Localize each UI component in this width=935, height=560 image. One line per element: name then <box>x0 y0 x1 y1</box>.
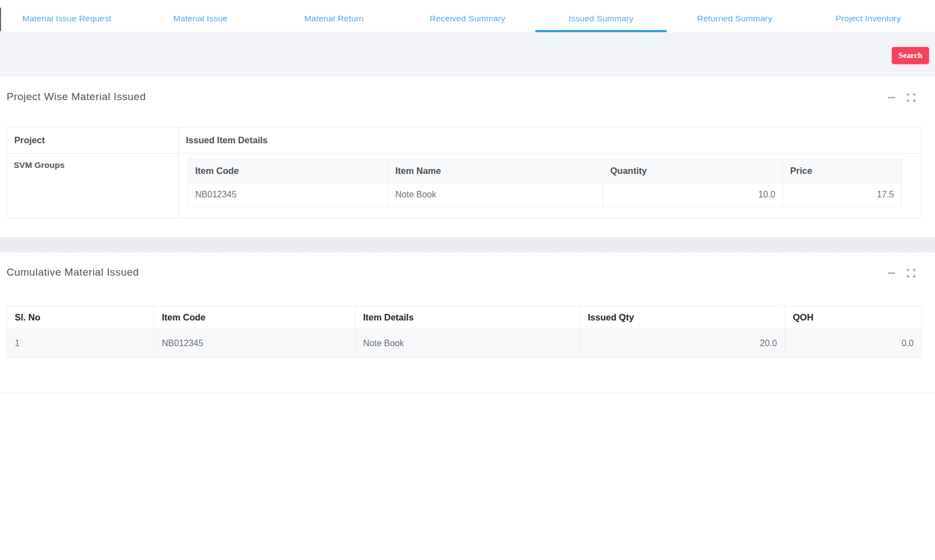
search-button[interactable]: Search <box>892 47 929 64</box>
table-row: SVM Groups Item Code Item Name Quantity … <box>7 154 921 218</box>
item-code-cell: NB012345 <box>154 329 355 358</box>
tab-label: Returned Summary <box>697 16 773 25</box>
report-tabbar: Material Issue Request Material Issue Ma… <box>0 0 935 32</box>
item-details-cell: Note Book <box>355 329 580 358</box>
tab-issued-summary[interactable]: Issued Summary <box>534 0 668 32</box>
tab-material-return[interactable]: Material Return <box>267 0 401 32</box>
tab-label: Received Summary <box>430 16 505 25</box>
column-header-item-details: Item Details <box>355 306 580 329</box>
tab-label: Issued Summary <box>569 16 634 25</box>
tab-material-issue-request[interactable]: Material Issue Request <box>0 0 133 32</box>
expand-button[interactable] <box>907 269 915 277</box>
tab-label: Material Issue <box>173 16 227 25</box>
column-header-qoh: QOH <box>785 306 922 329</box>
quantity-cell: 10.0 <box>603 183 783 207</box>
column-header-price: Price <box>783 159 902 183</box>
panel-title: Cumulative Material Issued <box>7 266 139 278</box>
column-header-item-code: Item Code <box>188 159 388 183</box>
panel-actions <box>887 93 915 102</box>
panel-project-wise-material-issued: Project Wise Material Issued Project Iss… <box>0 77 935 237</box>
tab-project-inventory[interactable]: Project Inventory <box>802 0 935 32</box>
panel-cumulative-material-issued: Cumulative Material Issued Sl. No Item C… <box>0 253 935 393</box>
issued-qty-cell: 20.0 <box>580 329 785 358</box>
filter-toolbar: Search <box>0 33 935 77</box>
tab-received-summary[interactable]: Received Summary <box>401 0 534 32</box>
panel-actions <box>887 269 915 277</box>
qoh-cell: 0.0 <box>785 329 922 358</box>
minus-icon <box>887 94 896 102</box>
column-header-project: Project <box>7 127 179 154</box>
column-header-sl-no: Sl. No <box>7 306 154 329</box>
column-header-item-name: Item Name <box>388 159 603 183</box>
item-name-cell: Note Book <box>388 183 603 207</box>
column-header-quantity: Quantity <box>603 159 783 183</box>
section-divider <box>0 237 935 253</box>
cumulative-table: Sl. No Item Code Item Details Issued Qty… <box>7 306 922 358</box>
price-cell: 17.5 <box>783 183 902 207</box>
sl-no-cell: 1 <box>7 329 154 358</box>
column-header-issued-qty: Issued Qty <box>580 306 785 329</box>
item-code-cell: NB012345 <box>188 183 388 207</box>
tab-label: Material Return <box>304 16 364 25</box>
tab-label: Material Issue Request <box>22 16 112 25</box>
expand-button[interactable] <box>907 93 915 102</box>
issued-item-details-cell: Item Code Item Name Quantity Price NB012… <box>179 154 921 218</box>
collapse-button[interactable] <box>887 93 896 102</box>
issued-items-table: Item Code Item Name Quantity Price NB012… <box>188 159 902 207</box>
table-row: NB012345 Note Book 10.0 17.5 <box>188 183 902 207</box>
expand-corners-icon <box>907 94 915 102</box>
table-row: 1 NB012345 Note Book 20.0 0.0 <box>7 329 922 358</box>
minus-icon <box>887 269 896 277</box>
tab-returned-summary[interactable]: Returned Summary <box>668 0 801 32</box>
project-wise-table: Project Issued Item Details SVM Groups I… <box>7 127 921 218</box>
collapse-button[interactable] <box>887 269 896 277</box>
column-header-issued-item-details: Issued Item Details <box>179 127 921 154</box>
column-header-item-code: Item Code <box>154 306 355 329</box>
panel-title: Project Wise Material Issued <box>7 91 146 103</box>
tab-label: Project Inventory <box>835 16 901 25</box>
expand-corners-icon <box>907 269 915 277</box>
tab-material-issue[interactable]: Material Issue <box>133 0 267 32</box>
project-name-cell: SVM Groups <box>7 154 179 218</box>
